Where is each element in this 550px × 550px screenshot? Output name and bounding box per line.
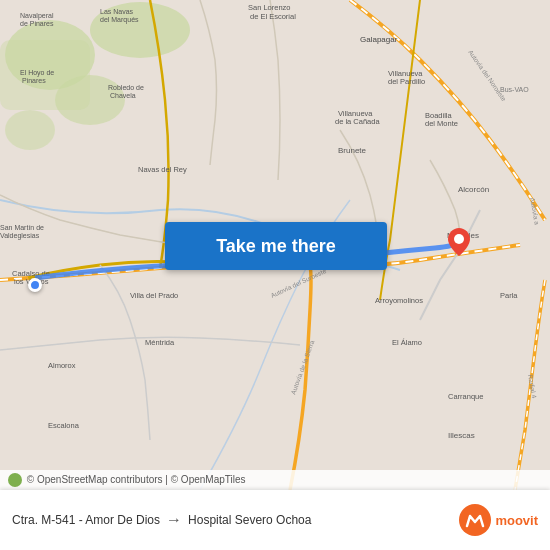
svg-text:Chavela: Chavela bbox=[110, 92, 136, 99]
bottom-bar: Ctra. M-541 - Amor De Dios → Hospital Se… bbox=[0, 490, 550, 550]
svg-text:Alcorcón: Alcorcón bbox=[458, 185, 489, 194]
svg-text:Galapagar: Galapagar bbox=[360, 35, 398, 44]
svg-text:del Marqués: del Marqués bbox=[100, 16, 139, 24]
moovit-icon bbox=[459, 504, 491, 536]
svg-text:El Hoyo de: El Hoyo de bbox=[20, 69, 54, 77]
route-info: Ctra. M-541 - Amor De Dios → Hospital Se… bbox=[12, 511, 459, 529]
osm-logo bbox=[8, 473, 22, 487]
svg-text:Méntrida: Méntrida bbox=[145, 338, 175, 347]
moovit-logo[interactable]: moovit bbox=[459, 504, 538, 536]
destination-pin bbox=[448, 228, 470, 256]
svg-text:Carranque: Carranque bbox=[448, 392, 483, 401]
svg-text:Pinares: Pinares bbox=[22, 77, 46, 84]
svg-text:El Álamo: El Álamo bbox=[392, 338, 422, 347]
svg-text:de El Escorial: de El Escorial bbox=[250, 12, 296, 21]
svg-text:Las Navas: Las Navas bbox=[100, 8, 134, 15]
svg-text:San Lorenzo: San Lorenzo bbox=[248, 3, 291, 12]
svg-text:Robledo de: Robledo de bbox=[108, 84, 144, 91]
route-arrow: → bbox=[166, 511, 182, 529]
attribution-bar: © OpenStreetMap contributors | © OpenMap… bbox=[0, 470, 550, 490]
svg-text:Brunete: Brunete bbox=[338, 146, 367, 155]
svg-text:Illescas: Illescas bbox=[448, 431, 475, 440]
map-container: Navalperal de Pinares Las Navas del Marq… bbox=[0, 0, 550, 490]
svg-text:Valdeglesias: Valdeglesias bbox=[0, 232, 40, 240]
take-me-there-button[interactable]: Take me there bbox=[165, 222, 387, 270]
svg-text:Navas del Rey: Navas del Rey bbox=[138, 165, 187, 174]
svg-point-4 bbox=[5, 110, 55, 150]
svg-text:del Monte: del Monte bbox=[425, 119, 458, 128]
attribution-text: © OpenStreetMap contributors | © OpenMap… bbox=[27, 474, 246, 485]
origin-pin bbox=[28, 278, 42, 292]
svg-text:Navalperal: Navalperal bbox=[20, 12, 54, 20]
svg-text:del Pardillo: del Pardillo bbox=[388, 77, 425, 86]
route-destination: Hospital Severo Ochoa bbox=[188, 513, 311, 527]
svg-text:de la Cañada: de la Cañada bbox=[335, 117, 380, 126]
svg-text:de Pinares: de Pinares bbox=[20, 20, 54, 27]
svg-text:San Martín de: San Martín de bbox=[0, 224, 44, 231]
svg-text:Villa del Prado: Villa del Prado bbox=[130, 291, 178, 300]
svg-text:Parla: Parla bbox=[500, 291, 518, 300]
route-origin: Ctra. M-541 - Amor De Dios bbox=[12, 513, 160, 527]
moovit-text: moovit bbox=[495, 513, 538, 528]
svg-text:Escalona: Escalona bbox=[48, 421, 80, 430]
svg-point-46 bbox=[454, 234, 464, 244]
svg-text:Almorox: Almorox bbox=[48, 361, 76, 370]
svg-text:Arroyomolinos: Arroyomolinos bbox=[375, 296, 423, 305]
